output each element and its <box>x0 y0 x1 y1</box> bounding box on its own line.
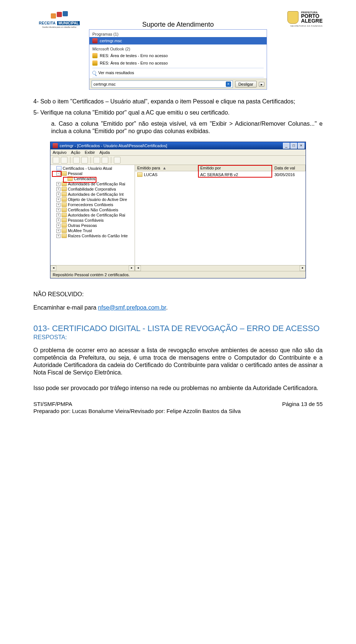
see-more-results[interactable]: Ver mais resultados <box>89 69 267 76</box>
logo-porto-alegre: PREFEITURA PORTO ALEGRE SECRETARIA DA FA… <box>271 11 323 27</box>
nav-forward-button[interactable] <box>61 157 67 164</box>
section-013-p2: Isso pode ser provocado por tráfego inte… <box>33 384 323 392</box>
tree-pessoal[interactable]: − Pessoal <box>50 171 135 176</box>
refresh-button[interactable] <box>93 157 100 164</box>
folder-icon <box>62 208 67 212</box>
tree-item[interactable]: +Confiabilidade Corporativa <box>50 186 135 192</box>
tree-item[interactable]: +Outras Pessoas <box>50 223 135 228</box>
certmgr-window: certmgr - [Certificados - Usuário Atual\… <box>50 142 306 278</box>
tree-item[interactable]: +Autoridades de Certificação Int <box>50 192 135 197</box>
logo-text-1: RECEITA <box>39 21 56 25</box>
tree-certificados[interactable]: Certificados <box>50 176 135 181</box>
expand-icon[interactable]: + <box>56 224 60 228</box>
tree-item[interactable]: +Autoridades de Certificação Rai <box>50 181 135 186</box>
footer-page-number: Página 13 de 55 <box>282 401 323 407</box>
folder-icon <box>62 213 67 217</box>
step-5: 5- Verifique na coluna "Emitido por" qua… <box>33 109 323 116</box>
close-button[interactable]: × <box>298 143 304 149</box>
properties-button[interactable] <box>81 157 88 164</box>
list-pane: Emitido para ▲ Emitido por Data de val L… <box>135 165 306 265</box>
tree-item[interactable]: +Pessoas Confiáveis <box>50 218 135 223</box>
up-button[interactable] <box>73 157 80 164</box>
email-link[interactable]: nfse@smf.prefpoa.com.br <box>98 304 166 311</box>
shutdown-options-button[interactable]: ▸ <box>259 82 264 87</box>
program-result-label: certmgr.msc <box>100 39 122 43</box>
search-icon <box>92 71 96 75</box>
nao-resolvido-label: NÃO RESOLVIDO: <box>33 291 323 298</box>
section-013-title: 013- CERTIFICADO DIGITAL - LISTA DE REVO… <box>33 324 323 333</box>
window-titlebar: certmgr - [Certificados - Usuário Atual\… <box>50 142 306 149</box>
expand-icon[interactable]: + <box>56 234 60 238</box>
minimize-button[interactable]: _ <box>283 143 290 149</box>
expand-icon[interactable]: + <box>56 213 60 217</box>
menu-arquivo[interactable]: Arquivo <box>53 150 66 155</box>
tree-item[interactable]: +Fornecedores Confiáveis <box>50 202 135 207</box>
col-emitido-por[interactable]: Emitido por <box>198 165 272 171</box>
scroll-left-button[interactable]: ◂ <box>50 265 56 271</box>
tree-pane: Certificados - Usuário Atual − Pessoal C… <box>50 165 135 265</box>
app-icon <box>53 143 58 148</box>
search-input[interactable]: certmgr.msc × <box>92 80 233 88</box>
tree-item[interactable]: +McAfee Trust <box>50 228 135 233</box>
program-result-certmgr[interactable]: certmgr.msc <box>89 37 267 44</box>
folder-icon <box>62 187 67 191</box>
maximize-button[interactable]: □ <box>290 143 297 149</box>
cert-icon <box>137 172 142 177</box>
expand-icon[interactable]: + <box>56 198 60 202</box>
expand-icon[interactable]: + <box>56 218 60 222</box>
menu-acao[interactable]: Ação <box>71 150 80 155</box>
col-data-val[interactable]: Data de val <box>272 165 306 171</box>
shutdown-button[interactable]: Desligar <box>235 81 257 87</box>
search-value: certmgr.msc <box>93 82 116 86</box>
export-button[interactable] <box>102 157 108 164</box>
col-emitido-para[interactable]: Emitido para ▲ <box>135 165 198 171</box>
tree-root[interactable]: Certificados - Usuário Atual <box>50 166 135 171</box>
expand-icon[interactable]: + <box>56 203 60 207</box>
footer-author: Preparado por: Lucas Bonalume Vieira/Rev… <box>33 408 323 414</box>
logo-receita-municipal: RECEITA MUNICIPAL Gestão tributária para… <box>33 11 85 28</box>
secretaria-label: SECRETARIA DA FAZENDA <box>271 25 323 27</box>
tree-item[interactable]: +Raízes Confiáveis do Cartão Inte <box>50 233 135 238</box>
clear-search-icon[interactable]: × <box>226 82 231 87</box>
menu-ajuda[interactable]: Ajuda <box>99 150 110 155</box>
expand-icon[interactable]: + <box>56 208 60 212</box>
folder-icon <box>62 228 67 233</box>
folder-icon <box>67 176 73 181</box>
nav-back-button[interactable] <box>53 157 59 164</box>
start-menu-screenshot: Programas (1) certmgr.msc Microsoft Outl… <box>89 29 267 90</box>
help-button[interactable] <box>114 157 121 164</box>
scroll-right-button[interactable]: ▸ <box>300 265 306 271</box>
folder-icon <box>62 223 67 228</box>
outlook-result-2[interactable]: RES: Área de testes - Erro no acesso <box>89 59 267 67</box>
expand-icon[interactable]: + <box>56 187 60 191</box>
status-bar: Repositório Pessoal contém 2 certificado… <box>50 271 306 278</box>
scroll-left-button[interactable]: ◂ <box>135 265 141 271</box>
outlook-group-label: Microsoft Outlook (2) <box>89 44 267 52</box>
expand-icon[interactable]: + <box>56 229 60 233</box>
list-header: Emitido para ▲ Emitido por Data de val <box>135 165 306 171</box>
tree-item[interactable]: +Certificados Não Confiáveis <box>50 207 135 212</box>
scroll-right-button[interactable]: ▸ <box>129 265 135 271</box>
folder-icon <box>62 192 67 196</box>
resposta-label: RESPOSTA: <box>33 334 323 341</box>
mail-icon <box>92 53 98 58</box>
folder-icon <box>62 218 67 222</box>
cert-name: LUCAS <box>144 172 158 177</box>
msc-icon <box>92 38 98 43</box>
page-header: RECEITA MUNICIPAL Gestão tributária para… <box>33 11 323 29</box>
certificate-row[interactable]: LUCAS AC SERASA RFB v2 30/05/2016 <box>135 171 306 178</box>
collapse-icon[interactable]: − <box>56 172 60 176</box>
expand-icon[interactable]: + <box>56 192 60 196</box>
tree-item[interactable]: +Objeto de Usuário do Active Dire <box>50 197 135 202</box>
outlook-result-1[interactable]: RES: Área de testes - Erro no acesso <box>89 52 267 59</box>
encaminhar-line: Encaminhar e-mail para nfse@smf.prefpoa.… <box>33 304 323 311</box>
folder-icon <box>62 182 67 186</box>
tree-item[interactable]: +Autoridades de Certificação Rai <box>50 212 135 218</box>
toolbar <box>50 156 306 165</box>
logo-tagline: Gestão tributária para um cidadão melhor <box>33 26 85 28</box>
section-013-p1: O problema de ocorrer erro ao acessar a … <box>33 347 323 376</box>
window-title-text: certmgr - [Certificados - Usuário Atual\… <box>60 143 167 148</box>
expand-icon[interactable]: + <box>56 182 60 186</box>
menu-exibir[interactable]: Exibir <box>85 150 95 155</box>
sort-asc-icon: ▲ <box>162 166 167 170</box>
